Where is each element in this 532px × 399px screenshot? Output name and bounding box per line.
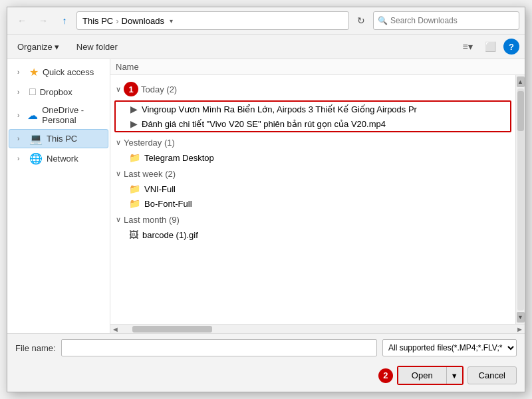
name-column-label: Name [116,62,139,72]
breadcrumb-sep: › [116,16,118,26]
group-yesterday[interactable]: ∨ Yesterday (1) [110,134,515,150]
organize-dropdown-icon: ▾ [55,42,59,52]
badge-1: 1 [124,82,138,96]
sidebar-item-thispc[interactable]: › 💻 This PC [9,129,108,148]
sidebar: › ★ Quick access › □ Dropbox › ☁ OneDriv… [7,59,110,333]
file-list: ∨ 1 Today (2) ▶ Vingroup Vươn Mình Ra Bi… [110,75,515,324]
horizontal-scrollbar[interactable]: ◄ ► [110,324,525,333]
h-scroll-left-arrow[interactable]: ◄ [112,325,119,333]
view-toggle-button[interactable]: ≡▾ [458,37,477,56]
folder-icon: 📁 [129,152,140,163]
forward-button[interactable]: → [34,11,53,30]
sidebar-label-onedrive: OneDrive - Personal [42,105,102,125]
column-header-name: Name [110,59,525,75]
dropbox-icon: □ [29,86,36,98]
scroll-thumb[interactable] [517,91,524,131]
group-lastweek[interactable]: ∨ Last week (2) [110,165,515,182]
action-toolbar: Organize ▾ New folder ≡▾ ⬜ ? [7,35,525,59]
file-name: VNI-Full [144,184,176,194]
back-button[interactable]: ← [13,11,31,30]
video-icon: ▶ [130,118,138,129]
network-icon: 🌐 [29,152,43,165]
h-scroll-right-arrow[interactable]: ► [516,325,523,333]
open-dropdown-button[interactable]: ▼ [447,367,462,384]
sidebar-item-dropbox[interactable]: › □ Dropbox [9,82,108,101]
file-name: Đánh giá chi tiết "Vivo V20 SE" phiên bả… [142,119,386,129]
organize-button[interactable]: Organize ▾ [13,39,64,55]
list-item[interactable]: 📁 Bo-Font-Full [110,196,515,211]
h-scroll-thumb[interactable] [132,326,212,332]
star-icon: ★ [29,66,39,78]
expand-arrow-onedrive: › [17,112,23,119]
sidebar-item-onedrive[interactable]: › ☁ OneDrive - Personal [9,102,108,128]
list-item[interactable]: ▶ Đánh giá chi tiết "Vivo V20 SE" phiên … [116,116,510,131]
file-name-label: File name: [15,343,56,353]
thispc-crumb: This PC [82,16,113,26]
folder-icon: 📁 [129,184,140,194]
up-button[interactable]: ↑ [55,11,74,30]
chevron-lastweek: ∨ [116,170,121,178]
sidebar-label-quick-access: Quick access [43,67,94,77]
video-icon: ▶ [130,104,138,114]
list-item[interactable]: 🖼 barcode (1).gif [110,227,515,242]
chevron-today: ∨ [116,85,121,94]
thispc-icon: 💻 [29,132,43,145]
main-area: › ★ Quick access › □ Dropbox › ☁ OneDriv… [7,59,525,333]
folder-icon: 📁 [129,198,140,209]
sidebar-label-network: Network [47,154,78,164]
navigation-toolbar: ← → ↑ This PC › Downloads ▾ ↻ 🔍 [7,7,525,35]
view-list-icon: ≡▾ [462,41,472,52]
file-name: Telegram Desktop [144,153,214,163]
cancel-button[interactable]: Cancel [467,366,517,384]
new-folder-button[interactable]: New folder [72,39,122,55]
group-today-label: Today (2) [141,84,177,94]
group-lastmonth-label: Last month (9) [124,215,180,225]
sidebar-item-quick-access[interactable]: › ★ Quick access [9,63,108,82]
breadcrumb[interactable]: This PC › Downloads ▾ [76,11,349,30]
selection-box-today: ▶ Vingroup Vươn Mình Ra Biển Lớn, Airpod… [114,100,511,132]
open-button-group: Open ▼ [397,366,464,385]
search-icon: 🔍 [378,16,388,25]
organize-label: Organize [17,42,53,52]
breadcrumb-dropdown-icon[interactable]: ▾ [170,17,173,25]
search-box[interactable]: 🔍 [373,11,519,30]
file-name: barcode (1).gif [142,230,198,240]
expand-arrow-network: › [17,155,25,162]
chevron-yesterday: ∨ [116,138,121,147]
list-item[interactable]: 📁 VNI-Full [110,182,515,196]
vertical-scrollbar[interactable]: ▲ ▼ [515,75,525,324]
onedrive-icon: ☁ [27,109,38,122]
filename-bar: File name: All supported files(*.MP4;*.F… [7,333,525,362]
scroll-down-button[interactable]: ▼ [517,312,525,323]
file-name-input[interactable] [61,339,377,356]
file-name: Vingroup Vươn Mình Ra Biển Lớn, Airpods … [142,104,417,114]
badge-2: 2 [378,368,393,383]
chevron-lastmonth: ∨ [116,215,121,224]
file-type-select[interactable]: All supported files(*.MP4;*.FLV;* [382,339,517,356]
file-open-dialog: ← → ↑ This PC › Downloads ▾ ↻ 🔍 Organize… [7,7,525,392]
sidebar-label-dropbox: Dropbox [40,87,72,97]
group-today[interactable]: ∨ 1 Today (2) [110,78,515,99]
refresh-button[interactable]: ↻ [352,11,370,30]
sidebar-label-thispc: This PC [47,134,77,144]
gif-icon: 🖼 [129,229,138,240]
pane-icon: ⬜ [485,41,496,52]
toolbar-right-group: ≡▾ ⬜ ? [458,37,519,56]
list-item[interactable]: 📁 Telegram Desktop [110,150,515,165]
open-button[interactable]: Open [398,367,447,384]
expand-arrow-quick-access: › [17,68,25,76]
file-name: Bo-Font-Full [144,199,192,209]
pane-button[interactable]: ⬜ [481,37,499,56]
location-crumb: Downloads [122,16,164,26]
expand-arrow-dropbox: › [17,88,25,96]
bottom-buttons: 2 Open ▼ Cancel [7,362,525,392]
list-item[interactable]: ▶ Vingroup Vươn Mình Ra Biển Lớn, Airpod… [116,102,510,116]
group-lastmonth[interactable]: ∨ Last month (9) [110,211,515,227]
content-panel: Name ∨ 1 Today (2) ▶ Vingroup Vươn Mình … [110,59,525,333]
help-button[interactable]: ? [503,39,519,55]
search-input[interactable] [390,16,515,25]
sidebar-item-network[interactable]: › 🌐 Network [9,149,108,168]
scroll-track[interactable] [517,88,524,311]
group-yesterday-label: Yesterday (1) [124,138,175,148]
scroll-up-button[interactable]: ▲ [517,76,525,87]
